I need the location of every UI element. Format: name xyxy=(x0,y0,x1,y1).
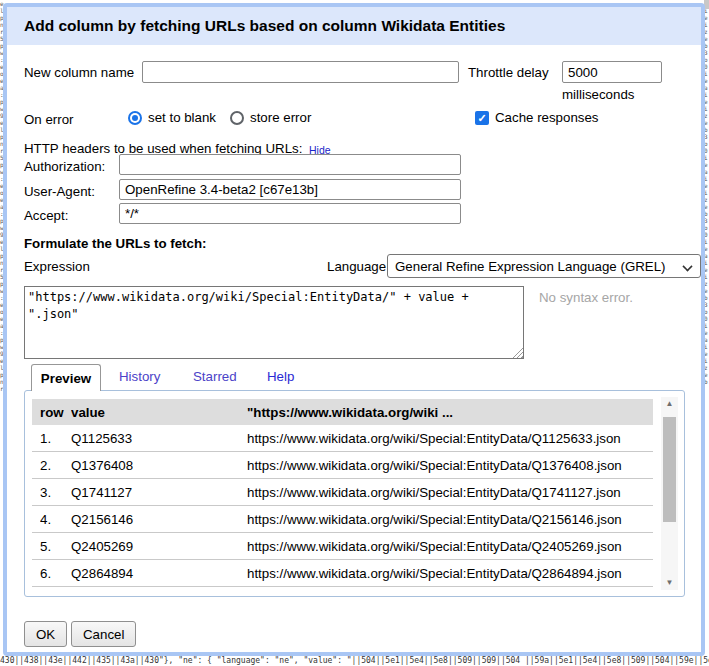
screen: e l p n r 5 p w : e o e a : p w 9 e l p … xyxy=(0,0,709,666)
scrollbar-thumb[interactable] xyxy=(663,417,676,522)
row-index: 4. xyxy=(40,512,71,527)
user-agent-label: User-Agent: xyxy=(24,184,95,199)
table-row: 1. Q1125633 https://www.wikidata.org/wik… xyxy=(32,425,653,452)
row-index: 5. xyxy=(40,539,71,554)
scroll-up-icon[interactable]: ▲ xyxy=(661,397,678,411)
chevron-down-icon xyxy=(683,262,691,270)
throttle-unit-label: milliseconds xyxy=(562,87,634,102)
throttle-delay-label: Throttle delay xyxy=(468,65,549,80)
row-value: Q1125633 xyxy=(71,431,247,446)
user-agent-input[interactable] xyxy=(119,179,461,200)
row-url: https://www.wikidata.org/wiki/Special:En… xyxy=(247,458,653,473)
dialog-title: Add column by fetching URLs based on col… xyxy=(24,17,505,35)
accept-input[interactable] xyxy=(119,203,461,224)
row-index: 7. xyxy=(40,593,71,597)
language-select[interactable]: General Refine Expression Language (GREL… xyxy=(387,254,701,278)
row-url: https://www.wikidata.org/wiki/Special:En… xyxy=(247,566,653,581)
authorization-label: Authorization: xyxy=(24,159,105,174)
row-index: 1. xyxy=(40,431,71,446)
table-row: 7. Q2901301 https://www.wikidata.org/wik… xyxy=(32,587,653,597)
authorization-input[interactable] xyxy=(119,154,461,175)
expression-label: Expression xyxy=(24,259,90,274)
language-label: Language xyxy=(327,259,386,274)
row-index: 2. xyxy=(40,458,71,473)
cache-responses-checkbox[interactable]: ✓ xyxy=(475,111,489,125)
new-column-name-label: New column name xyxy=(24,65,134,80)
formulate-heading: Formulate the URLs to fetch: xyxy=(24,236,206,251)
throttle-delay-input[interactable] xyxy=(562,61,662,83)
store-error-label[interactable]: store error xyxy=(250,110,311,125)
table-row: 6. Q2864894 https://www.wikidata.org/wik… xyxy=(32,560,653,587)
column-header-row: row xyxy=(40,405,71,420)
preview-scrollbar[interactable]: ▲ ▼ xyxy=(661,397,678,590)
column-header-url: "https://www.wikidata.org/wiki ... xyxy=(247,405,653,420)
row-url: https://www.wikidata.org/wiki/Special:En… xyxy=(247,485,653,500)
tab-starred[interactable]: Starred xyxy=(193,369,237,384)
tab-preview[interactable]: Preview xyxy=(31,364,101,391)
tab-help[interactable]: Help xyxy=(267,369,294,384)
row-url: https://www.wikidata.org/wiki/Special:En… xyxy=(247,539,653,554)
preview-panel: row value "https://www.wikidata.org/wiki… xyxy=(24,390,685,597)
set-to-blank-label[interactable]: set to blank xyxy=(148,110,216,125)
background-page-json-text: 430││438││43e││442││435││43a││430"}, "ne… xyxy=(0,656,709,666)
tab-preview-label: Preview xyxy=(41,371,91,386)
row-value: Q2864894 xyxy=(71,566,247,581)
row-url: https://www.wikidata.org/wiki/Special:En… xyxy=(247,593,653,597)
row-value: Q2901301 xyxy=(71,593,247,597)
set-to-blank-radio[interactable] xyxy=(128,111,142,125)
cache-responses-label[interactable]: Cache responses xyxy=(495,110,598,125)
table-header-row: row value "https://www.wikidata.org/wiki… xyxy=(32,399,653,425)
table-row: 3. Q1741127 https://www.wikidata.org/wik… xyxy=(32,479,653,506)
cancel-button[interactable]: Cancel xyxy=(71,621,136,647)
tab-history[interactable]: History xyxy=(119,369,160,384)
row-value: Q1376408 xyxy=(71,458,247,473)
language-select-value: General Refine Expression Language (GREL… xyxy=(395,259,666,274)
row-value: Q1741127 xyxy=(71,485,247,500)
expression-textarea[interactable]: "https://www.wikidata.org/wiki/Special:E… xyxy=(24,286,524,359)
row-value: Q2405269 xyxy=(71,539,247,554)
on-error-label: On error xyxy=(24,112,74,127)
column-header-value: value xyxy=(71,405,247,420)
row-url: https://www.wikidata.org/wiki/Special:En… xyxy=(247,431,653,446)
store-error-radio[interactable] xyxy=(230,111,244,125)
row-url: https://www.wikidata.org/wiki/Special:En… xyxy=(247,512,653,527)
accept-label: Accept: xyxy=(24,208,68,223)
dialog-header: Add column by fetching URLs based on col… xyxy=(7,7,701,45)
row-index: 3. xyxy=(40,485,71,500)
preview-table: row value "https://www.wikidata.org/wiki… xyxy=(32,399,653,597)
add-column-fetch-urls-dialog: Add column by fetching URLs based on col… xyxy=(3,3,705,656)
table-row: 4. Q2156146 https://www.wikidata.org/wik… xyxy=(32,506,653,533)
ok-button[interactable]: OK xyxy=(24,621,67,647)
row-value: Q2156146 xyxy=(71,512,247,527)
new-column-name-input[interactable] xyxy=(142,61,459,83)
row-index: 6. xyxy=(40,566,71,581)
syntax-status-text: No syntax error. xyxy=(539,290,633,305)
scroll-down-icon[interactable]: ▼ xyxy=(661,576,678,590)
table-row: 5. Q2405269 https://www.wikidata.org/wik… xyxy=(32,533,653,560)
table-row: 2. Q1376408 https://www.wikidata.org/wik… xyxy=(32,452,653,479)
